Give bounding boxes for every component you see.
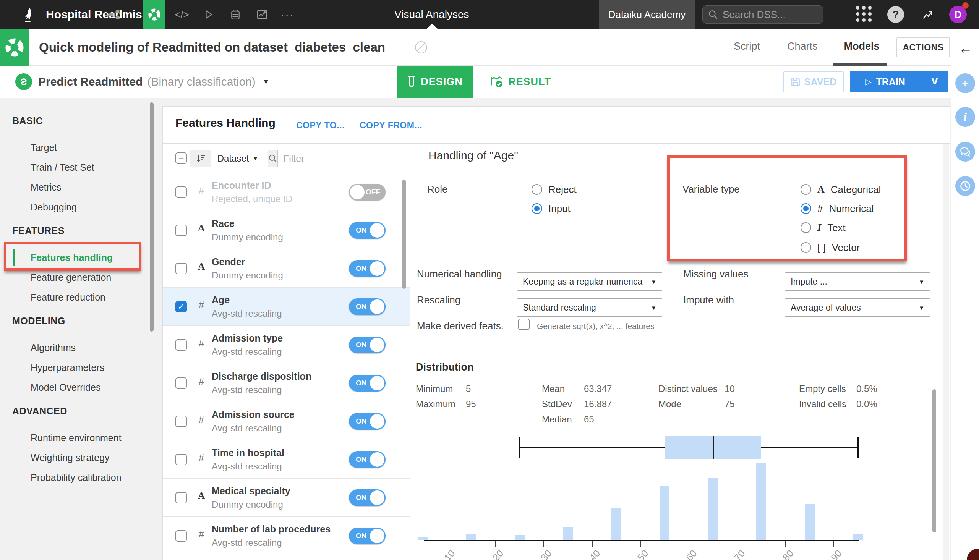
feature-row-admission-source[interactable]: #Admission sourceAvg-std rescalingON: [163, 402, 410, 440]
feature-checkbox[interactable]: ✓: [175, 301, 187, 312]
apps-grid-icon[interactable]: [856, 6, 873, 23]
notebooks-icon[interactable]: [225, 0, 246, 29]
collapse-panel-button[interactable]: ←: [959, 40, 972, 57]
toggle-knob: [370, 261, 384, 276]
feature-toggle[interactable]: ON: [349, 260, 385, 277]
feature-row-encounter-id[interactable]: #Encounter IDRejected, unique IDOFF: [163, 173, 410, 211]
saved-button[interactable]: SAVED: [783, 71, 844, 92]
search-input[interactable]: [722, 9, 811, 21]
env-label[interactable]: Dataiku Academy: [599, 0, 695, 29]
feature-checkbox[interactable]: [175, 530, 187, 542]
sidebar-item-runtime-environment[interactable]: Runtime environment: [0, 428, 160, 448]
lab-visual-analyses-icon[interactable]: [143, 0, 165, 29]
variable-type-option-numerical[interactable]: #Numerical: [801, 202, 874, 215]
select-all-checkbox[interactable]: –: [175, 152, 187, 164]
model-selector[interactable]: Predict Readmitted (Binary classificatio…: [38, 66, 270, 98]
dataset-dropdown[interactable]: Dataset ▼: [211, 150, 264, 167]
tab-charts[interactable]: Charts: [787, 29, 829, 63]
jobs-icon[interactable]: [198, 0, 219, 29]
feature-checkbox[interactable]: [175, 339, 187, 351]
tab-script[interactable]: Script: [734, 29, 776, 63]
feature-checkbox[interactable]: [175, 377, 187, 389]
variable-type-option-vector[interactable]: [ ]Vector: [801, 241, 860, 254]
feature-toggle[interactable]: ON: [349, 298, 385, 315]
history-button[interactable]: [955, 176, 975, 196]
sidebar-item-debugging[interactable]: Debugging: [0, 197, 160, 217]
design-tab[interactable]: DESIGN: [397, 66, 473, 98]
radio-reject[interactable]: [532, 184, 542, 195]
result-tab[interactable]: RESULT: [482, 66, 559, 98]
sidebar-item-model-overrides[interactable]: Model Overrides: [0, 377, 160, 397]
feature-row-number-of-lab-procedures[interactable]: #Number of lab proceduresAvg-std rescali…: [163, 517, 410, 555]
impute-with-select[interactable]: Average of values▼: [785, 298, 930, 317]
sidebar-item-feature-reduction[interactable]: Feature reduction: [0, 287, 160, 307]
sidebar-item-algorithms[interactable]: Algorithms: [0, 338, 160, 358]
feature-toggle[interactable]: ON: [349, 489, 385, 506]
help-icon[interactable]: ?: [887, 6, 904, 23]
feature-checkbox[interactable]: [175, 492, 187, 503]
variable-type-option-categorical[interactable]: ACategorical: [801, 183, 881, 196]
feature-toggle[interactable]: ON: [349, 222, 385, 239]
sidebar-item-train-test-set[interactable]: Train / Test Set: [0, 157, 160, 177]
features-scrollbar[interactable]: [402, 180, 406, 289]
feature-row-discharge-disposition[interactable]: #Discharge dispositionAvg-std rescalingO…: [163, 364, 410, 402]
filter-input[interactable]: [278, 150, 412, 167]
text-type-icon: A: [195, 223, 208, 234]
radio-input[interactable]: [532, 203, 542, 214]
feature-toggle[interactable]: ON: [349, 413, 385, 430]
dashboards-icon[interactable]: [252, 0, 273, 29]
discussions-button[interactable]: [955, 142, 975, 162]
toggle-label: ON: [356, 455, 367, 464]
sidebar-item-weighting-strategy[interactable]: Weighting strategy: [0, 448, 160, 468]
global-search[interactable]: [702, 5, 823, 24]
role-option-input[interactable]: Input: [532, 202, 570, 215]
feature-checkbox[interactable]: [175, 416, 187, 427]
more-icon[interactable]: ···: [277, 0, 298, 29]
variable-type-option-text[interactable]: IText: [801, 221, 846, 234]
feature-row-time-in-hospital[interactable]: #Time in hospitalAvg-std rescalingON: [163, 440, 410, 478]
feature-checkbox[interactable]: [175, 454, 187, 465]
train-button[interactable]: ▷ TRAIN: [850, 75, 921, 88]
flow-icon[interactable]: [104, 0, 125, 29]
feature-toggle[interactable]: OFF: [349, 184, 385, 200]
info-button[interactable]: i: [955, 107, 975, 127]
feature-row-race[interactable]: ARaceDummy encodingON: [163, 211, 410, 250]
derived-feats-checkbox[interactable]: [518, 318, 530, 330]
feature-row-gender[interactable]: AGenderDummy encodingON: [163, 250, 410, 288]
feature-row-medical-specialty[interactable]: AMedical specialtyDummy encodingON: [163, 478, 410, 517]
feature-checkbox[interactable]: [175, 187, 187, 198]
train-dropdown-button[interactable]: ᐯ: [921, 77, 949, 87]
numerical-handling-select[interactable]: Keeping as a regular numerica▼: [517, 272, 662, 291]
copy-from-link[interactable]: COPY FROM...: [360, 120, 422, 131]
sort-button[interactable]: [190, 150, 211, 167]
trend-arrow-icon[interactable]: [917, 0, 939, 29]
feature-row-age[interactable]: ✓#AgeAvg-std rescalingON: [163, 288, 410, 326]
sidebar-item-hyperparameters[interactable]: Hyperparameters: [0, 358, 160, 377]
filter-search-button[interactable]: [268, 150, 278, 167]
feature-row-admission-type[interactable]: #Admission typeAvg-std rescalingON: [163, 326, 410, 364]
tab-models[interactable]: Models: [841, 29, 883, 63]
dataiku-bird-logo[interactable]: [18, 0, 40, 29]
feature-toggle[interactable]: ON: [349, 337, 385, 353]
feature-toggle[interactable]: ON: [349, 451, 385, 468]
feature-checkbox[interactable]: [175, 263, 187, 274]
code-icon[interactable]: </>: [171, 0, 193, 29]
add-button[interactable]: +: [955, 73, 975, 93]
feature-toggle[interactable]: ON: [349, 528, 385, 544]
role-option-reject[interactable]: Reject: [532, 183, 577, 196]
radio-numerical[interactable]: [801, 203, 811, 214]
feature-checkbox[interactable]: [175, 225, 187, 236]
radio-text[interactable]: [801, 222, 811, 233]
radio-categorical[interactable]: [801, 184, 811, 195]
sidebar-item-target[interactable]: Target: [0, 138, 160, 157]
sidebar-item-metrics[interactable]: Metrics: [0, 177, 160, 197]
feature-toggle[interactable]: ON: [349, 375, 385, 392]
sidebar-item-probability-calibration[interactable]: Probability calibration: [0, 468, 160, 487]
missing-values-select[interactable]: Impute ...▼: [785, 272, 930, 291]
copy-to-link[interactable]: COPY TO...: [296, 120, 345, 131]
sidebar-scrollbar[interactable]: [150, 102, 153, 332]
actions-button[interactable]: ACTIONS: [896, 37, 950, 57]
radio-vector[interactable]: [801, 242, 811, 253]
rescaling-select[interactable]: Standard rescaling▼: [517, 298, 662, 317]
detail-scrollbar[interactable]: [932, 389, 936, 532]
